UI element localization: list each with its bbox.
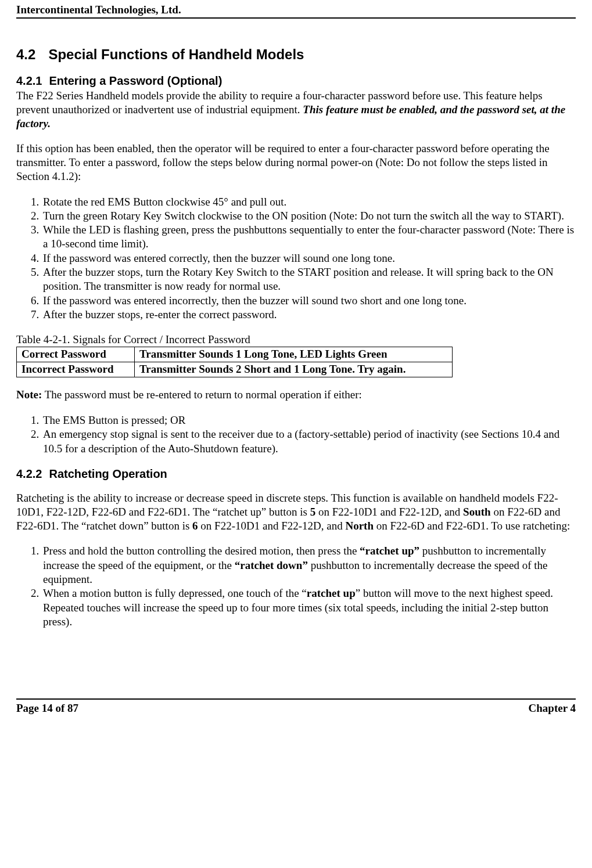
chapter-label: Chapter 4	[529, 702, 576, 715]
section-heading: 4.2Special Functions of Handheld Models	[16, 46, 576, 63]
paragraph: Ratcheting is the ability to increase or…	[16, 491, 576, 532]
password-steps-list: Rotate the red EMS Button clockwise 45° …	[16, 195, 576, 322]
bold-text: South	[463, 506, 491, 518]
note-paragraph: Note: The password must be re-entered to…	[16, 388, 576, 402]
page-number: Page 14 of 87	[16, 702, 78, 715]
body-text: on F22-6D and F22-6D1. To use ratcheting…	[374, 520, 570, 532]
note-label: Note:	[16, 388, 42, 401]
table-cell: Transmitter Sounds 1 Long Tone, LED Ligh…	[135, 347, 453, 362]
bold-text: “ratchet down”	[235, 559, 308, 571]
list-item: While the LED is flashing green, press t…	[42, 223, 576, 251]
company-name: Intercontinental Technologies, Ltd.	[16, 3, 181, 16]
note-text: The password must be re-entered to retur…	[42, 388, 361, 401]
body-text: When a motion button is fully depressed,…	[43, 587, 307, 599]
table-row: Incorrect Password Transmitter Sounds 2 …	[17, 362, 453, 377]
table-cell: Transmitter Sounds 2 Short and 1 Long To…	[135, 362, 453, 377]
password-signal-table: Correct Password Transmitter Sounds 1 Lo…	[16, 347, 453, 377]
subsection-number: 4.2.1	[16, 74, 42, 87]
table-cell: Incorrect Password	[17, 362, 135, 377]
body-text: Press and hold the button controlling th…	[43, 545, 360, 557]
ratcheting-steps-list: Press and hold the button controlling th…	[16, 544, 576, 629]
subsection-title: Ratcheting Operation	[49, 467, 167, 480]
paragraph: If this option has been enabled, then th…	[16, 142, 576, 183]
section-title: Special Functions of Handheld Models	[48, 46, 304, 62]
list-item: The EMS Button is pressed; OR	[42, 413, 576, 427]
list-item: An emergency stop signal is sent to the …	[42, 427, 576, 456]
body-text: on F22-10D1 and F22-12D, and	[315, 506, 463, 518]
subsection-4-2-2-heading: 4.2.2Ratcheting Operation	[16, 467, 576, 481]
bold-text: North	[345, 520, 374, 532]
body-text: on F22-10D1 and F22-12D, and	[198, 520, 346, 532]
bold-text: “ratchet up”	[360, 545, 419, 557]
subsection-title: Entering a Password (Optional)	[49, 74, 222, 87]
list-item: Turn the green Rotary Key Switch clockwi…	[42, 209, 576, 223]
subsection-number: 4.2.2	[16, 467, 42, 480]
list-item: After the buzzer stops, turn the Rotary …	[42, 265, 576, 294]
table-cell: Correct Password	[17, 347, 135, 362]
list-item: If the password was entered incorrectly,…	[42, 294, 576, 308]
list-item: Press and hold the button controlling th…	[42, 544, 576, 586]
document-header: Intercontinental Technologies, Ltd.	[16, 0, 576, 19]
document-footer: Page 14 of 87 Chapter 4	[16, 698, 576, 721]
list-item: After the buzzer stops, re-enter the cor…	[42, 308, 576, 322]
note-list: The EMS Button is pressed; OR An emergen…	[16, 413, 576, 456]
table-row: Correct Password Transmitter Sounds 1 Lo…	[17, 347, 453, 362]
bold-text: ratchet up	[307, 587, 356, 599]
list-item: Rotate the red EMS Button clockwise 45° …	[42, 195, 576, 209]
section-number: 4.2	[16, 46, 35, 62]
bold-text: 6	[192, 520, 198, 532]
paragraph: The F22 Series Handheld models provide t…	[16, 89, 576, 130]
bold-text: 5	[310, 506, 316, 518]
table-caption: Table 4-2-1. Signals for Correct / Incor…	[16, 333, 576, 346]
list-item: If the password was entered correctly, t…	[42, 251, 576, 265]
list-item: When a motion button is fully depressed,…	[42, 586, 576, 629]
subsection-4-2-1-heading: 4.2.1Entering a Password (Optional)	[16, 74, 576, 88]
